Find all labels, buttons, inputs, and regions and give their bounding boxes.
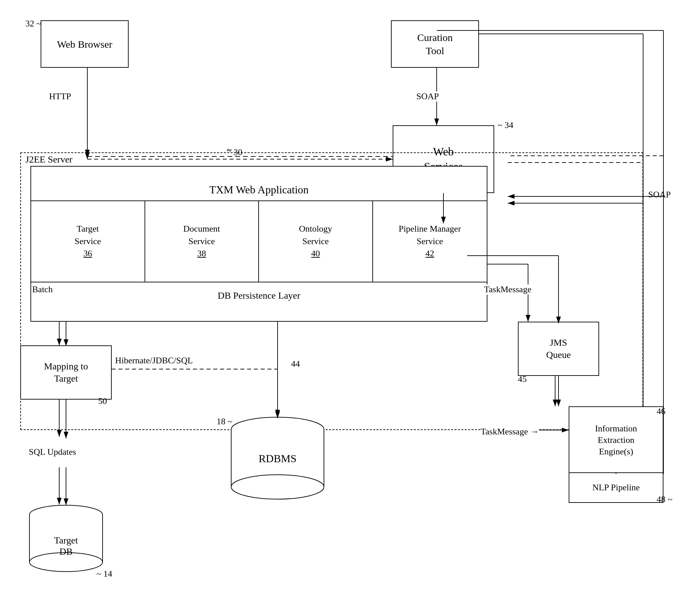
nlp-pipeline-label: NLP Pipeline <box>592 482 640 493</box>
ontology-service-num: 40 <box>311 249 320 258</box>
target-service-label: TargetService36 <box>74 223 101 260</box>
task-message-bottom-label: TaskMessage → <box>481 427 539 437</box>
document-service-cell: DocumentService38 <box>145 201 259 282</box>
jms-queue-box: JMSQueue <box>518 322 599 376</box>
document-service-num: 38 <box>197 249 206 258</box>
sql-updates-label: SQL Updates <box>29 447 76 457</box>
ref-14: ~ 14 <box>96 569 112 579</box>
txm-web-app-box: TXM Web Application TargetService36 Docu… <box>30 166 487 322</box>
services-row: TargetService36 DocumentService38 Ontolo… <box>31 200 487 282</box>
web-browser-label: Web Browser <box>57 38 112 51</box>
curation-tool-label: CurationTool <box>417 31 453 57</box>
svg-text:DB: DB <box>60 546 73 557</box>
batch-label: Batch <box>32 284 53 295</box>
ref-48: 48 ~ <box>657 494 673 505</box>
ontology-service-label: OntologyService40 <box>299 223 332 260</box>
mapping-to-target-box: Mapping toTarget <box>20 345 112 400</box>
hibernate-label: Hibernate/JDBC/SQL <box>115 356 193 366</box>
svg-text:RDBMS: RDBMS <box>259 452 297 465</box>
target-service-num: 36 <box>83 249 92 258</box>
jms-queue-label: JMSQueue <box>546 337 571 361</box>
document-service-label: DocumentService38 <box>183 223 220 260</box>
mapping-to-target-label: Mapping toTarget <box>44 360 88 385</box>
target-service-cell: TargetService36 <box>31 201 145 282</box>
txm-title: TXM Web Application <box>31 179 487 197</box>
pipeline-manager-label: Pipeline ManagerService42 <box>399 223 461 260</box>
rdbms-box: RDBMS <box>230 417 325 501</box>
info-extraction-label: InformationExtractionEngine(s) <box>595 423 637 457</box>
curation-tool-box: CurationTool <box>391 20 479 68</box>
soap-top-label: SOAP <box>416 91 439 102</box>
diagram-container: 32 ~ Web Browser HTTP ~ 26 CurationTool … <box>0 0 700 598</box>
db-persistence-layer: DB Persistence Layer <box>31 282 487 309</box>
svg-point-32 <box>231 475 324 499</box>
j2ee-server-label: J2EE Server <box>25 154 72 165</box>
pipeline-manager-num: 42 <box>425 249 434 258</box>
http-label: HTTP <box>49 91 71 102</box>
ref-32: 32 ~ <box>25 19 41 29</box>
task-message-top-label: TaskMessage <box>484 284 531 295</box>
pipeline-manager-cell: Pipeline ManagerService42 <box>373 201 487 282</box>
web-browser-box: Web Browser <box>41 20 129 68</box>
ontology-service-cell: OntologyService40 <box>259 201 373 282</box>
ref-18: 18 ~ <box>217 417 233 427</box>
nlp-pipeline-box: NLP Pipeline <box>569 472 663 503</box>
ref-44: 44 <box>291 359 300 369</box>
ref-34: ~ 34 <box>498 120 513 130</box>
ref-46: 46 <box>657 406 665 417</box>
svg-text:Target: Target <box>54 535 78 546</box>
ref-50: 50 <box>98 396 107 406</box>
info-extraction-box: InformationExtractionEngine(s) <box>569 406 663 474</box>
soap-right-label: SOAP <box>648 190 671 200</box>
ref-45: 45 <box>518 374 527 384</box>
target-db-box: Target DB <box>29 505 103 572</box>
